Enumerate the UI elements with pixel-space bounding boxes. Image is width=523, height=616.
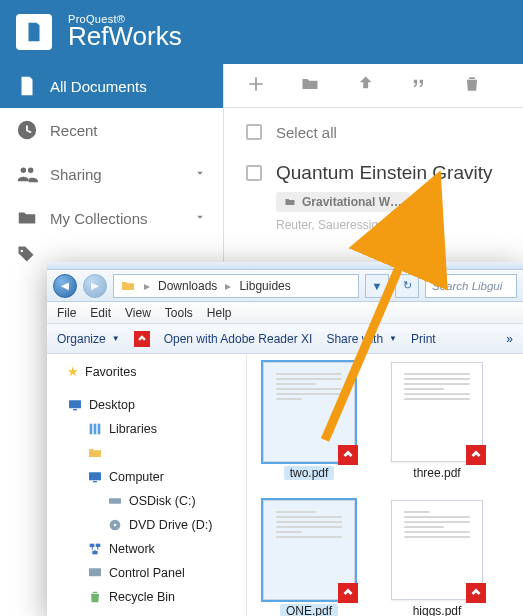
people-icon [16, 163, 38, 185]
svg-rect-1 [73, 409, 77, 410]
svg-rect-0 [69, 400, 81, 408]
tree-favorites[interactable]: ★Favorites [47, 360, 246, 383]
menu-view[interactable]: View [125, 306, 151, 320]
svg-rect-13 [89, 568, 101, 576]
svg-rect-2 [90, 424, 93, 435]
file-item[interactable]: higgs.pdf [383, 500, 491, 616]
file-item[interactable]: ONE.pdf [255, 500, 363, 616]
add-button[interactable] [246, 74, 266, 98]
document-row[interactable]: Quantum Einstein Gravity Gravitational W… [224, 156, 523, 242]
cmd-print[interactable]: Print [411, 332, 436, 346]
search-input[interactable]: Search Libgui [425, 274, 517, 298]
tree-dvd[interactable]: DVD Drive (D:) [47, 513, 246, 537]
folder-icon [16, 207, 38, 229]
sidebar-item-label: My Collections [50, 210, 148, 227]
svg-rect-6 [93, 481, 97, 482]
chevron-down-icon[interactable]: ▼ [389, 334, 397, 343]
breadcrumb[interactable]: ▸ Downloads ▸ Libguides [113, 274, 359, 298]
file-name: higgs.pdf [413, 604, 462, 616]
clock-icon [16, 119, 38, 141]
app-logo-icon [16, 14, 52, 50]
pdf-icon [338, 583, 358, 603]
sidebar-item-label: Sharing [50, 166, 102, 183]
svg-rect-10 [90, 544, 95, 547]
file-item[interactable]: two.pdf [255, 362, 363, 480]
cmd-more[interactable]: » [506, 332, 513, 346]
tree-network[interactable]: Network [47, 537, 246, 561]
tree-osdisk[interactable]: OSDisk (C:) [47, 489, 246, 513]
doc-folder-label: Gravitational W… [302, 195, 402, 209]
file-name: three.pdf [413, 466, 460, 480]
file-grid: two.pdf three.pdf ONE.pdf higgs.pdf [247, 354, 523, 616]
cmd-share-with[interactable]: Share with [326, 332, 383, 346]
menu-bar: File Edit View Tools Help [47, 302, 523, 324]
tree-libraries[interactable]: Libraries [47, 417, 246, 441]
svg-rect-3 [94, 424, 97, 435]
cmd-organize[interactable]: Organize [57, 332, 106, 346]
cmd-open-with[interactable]: Open with Adobe Reader XI [164, 332, 313, 346]
nav-tree: ★Favorites Desktop Libraries Computer OS… [47, 354, 247, 616]
sidebar-item-all-documents[interactable]: All Documents [0, 64, 223, 108]
pdf-icon [466, 445, 486, 465]
tree-computer[interactable]: Computer [47, 465, 246, 489]
pdf-icon [134, 331, 150, 347]
pdf-icon [466, 583, 486, 603]
brand-line2: RefWorks [68, 21, 182, 52]
svg-point-9 [114, 524, 117, 527]
refresh-button[interactable]: ↻ [395, 274, 419, 298]
tree-recycle-bin[interactable]: Recycle Bin [47, 585, 246, 609]
doc-meta: Reuter, Saueressig, 201… [276, 218, 501, 232]
select-all-checkbox[interactable] [246, 124, 262, 140]
nav-back-button[interactable]: ◄ [53, 274, 77, 298]
svg-rect-12 [92, 551, 97, 554]
tree-control-panel[interactable]: Control Panel [47, 561, 246, 585]
folder-button[interactable] [300, 74, 320, 98]
toolbar [224, 64, 523, 108]
file-name: ONE.pdf [280, 604, 338, 616]
breadcrumb-dropdown[interactable]: ▼ [365, 274, 389, 298]
app-header: ProQuest® RefWorks [0, 0, 523, 64]
breadcrumb-seg[interactable]: Libguides [239, 279, 290, 293]
sidebar-item-sharing[interactable]: Sharing [0, 152, 223, 196]
file-item[interactable]: three.pdf [383, 362, 491, 480]
menu-file[interactable]: File [57, 306, 76, 320]
menu-tools[interactable]: Tools [165, 306, 193, 320]
sidebar-item-label: All Documents [50, 78, 147, 95]
cite-button[interactable] [408, 74, 428, 98]
address-bar: ◄ ► ▸ Downloads ▸ Libguides ▼ ↻ Search L… [47, 270, 523, 302]
search-placeholder: Search Libgui [432, 280, 502, 292]
sidebar-item-label: Recent [50, 122, 98, 139]
breadcrumb-seg[interactable]: Downloads [158, 279, 217, 293]
chevron-down-icon [193, 210, 207, 227]
svg-rect-7 [109, 498, 121, 503]
tree-desktop[interactable]: Desktop [47, 393, 246, 417]
svg-rect-5 [89, 472, 101, 480]
svg-rect-4 [98, 424, 101, 435]
doc-title[interactable]: Quantum Einstein Gravity [276, 162, 492, 184]
file-name: two.pdf [284, 466, 335, 480]
documents-icon [16, 75, 38, 97]
nav-forward-button[interactable]: ► [83, 274, 107, 298]
sidebar-item-recent[interactable]: Recent [0, 108, 223, 152]
delete-button[interactable] [462, 74, 482, 98]
tree-user[interactable] [47, 441, 246, 465]
command-bar: Organize ▼ Open with Adobe Reader XI Sha… [47, 324, 523, 354]
window-titlebar[interactable] [47, 262, 523, 270]
chevron-down-icon [193, 166, 207, 183]
select-all-row[interactable]: Select all [224, 108, 523, 156]
menu-edit[interactable]: Edit [90, 306, 111, 320]
doc-folder-chip[interactable]: Gravitational W… [276, 192, 410, 212]
sidebar-item-my-collections[interactable]: My Collections [0, 196, 223, 240]
share-button[interactable] [354, 74, 374, 98]
select-all-label: Select all [276, 124, 337, 141]
menu-help[interactable]: Help [207, 306, 232, 320]
pdf-icon [338, 445, 358, 465]
chevron-down-icon[interactable]: ▼ [112, 334, 120, 343]
svg-rect-11 [96, 544, 101, 547]
doc-checkbox[interactable] [246, 165, 262, 181]
file-explorer-window[interactable]: ◄ ► ▸ Downloads ▸ Libguides ▼ ↻ Search L… [47, 262, 523, 616]
